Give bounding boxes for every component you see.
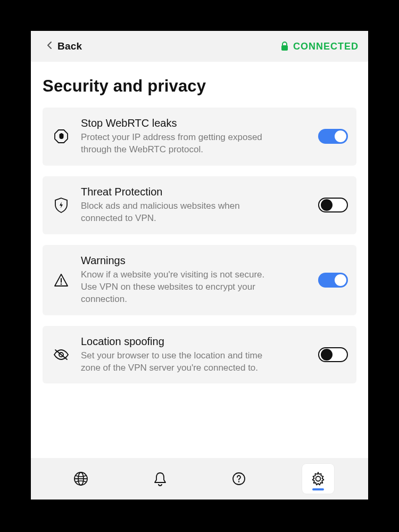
shield-bolt-icon (51, 197, 71, 214)
setting-desc: Set your browser to use the location and… (81, 350, 272, 374)
alerts-tab[interactable] (144, 464, 176, 494)
connection-status: CONNECTED (280, 41, 359, 52)
globe-icon (73, 471, 89, 487)
page-title: Security and privacy (43, 77, 356, 96)
toggle-warnings[interactable] (318, 273, 348, 288)
setting-title: Stop WebRTC leaks (81, 117, 305, 129)
toggle-location[interactable] (318, 347, 348, 362)
lock-icon (280, 42, 289, 51)
page-header: Back CONNECTED (31, 31, 368, 62)
svg-rect-0 (281, 45, 288, 51)
setting-title: Threat Protection (81, 186, 305, 198)
setting-item-warnings: Warnings Know if a website you're visiti… (43, 245, 356, 315)
svg-point-10 (238, 481, 239, 482)
setting-title: Warnings (81, 255, 305, 267)
svg-point-11 (315, 477, 320, 481)
page-content: Security and privacy Stop WebRTC leaks P… (31, 62, 368, 458)
help-icon (231, 471, 246, 486)
bell-icon (153, 471, 168, 487)
toggle-threat[interactable] (318, 198, 348, 212)
setting-title: Location spoofing (81, 335, 305, 348)
bottom-tab-bar (31, 458, 368, 500)
chevron-left-icon (47, 41, 52, 52)
toggle-webrtc[interactable] (318, 129, 348, 144)
setting-item-location: Location spoofing Set your browser to us… (43, 326, 356, 384)
gear-icon (310, 471, 326, 487)
setting-body: Stop WebRTC leaks Protect your IP addres… (81, 117, 305, 156)
settings-tab[interactable] (302, 464, 334, 494)
setting-item-webrtc: Stop WebRTC leaks Protect your IP addres… (43, 108, 356, 166)
setting-desc: Block ads and malicious websites when co… (81, 200, 272, 225)
svg-point-3 (61, 283, 62, 285)
globe-tab[interactable] (65, 464, 97, 494)
setting-item-threat: Threat Protection Block ads and maliciou… (43, 176, 356, 234)
stop-hand-icon (51, 128, 71, 144)
app-container: Back CONNECTED Security and privacy Stop… (31, 31, 368, 500)
setting-body: Warnings Know if a website you're visiti… (81, 255, 305, 306)
help-tab[interactable] (223, 464, 255, 494)
setting-desc: Protect your IP address from getting exp… (81, 132, 272, 156)
warning-triangle-icon (51, 273, 71, 288)
back-button[interactable]: Back (47, 40, 82, 52)
setting-body: Threat Protection Block ads and maliciou… (81, 186, 305, 225)
back-label: Back (57, 40, 82, 52)
status-text: CONNECTED (293, 41, 359, 52)
eye-off-icon (51, 348, 71, 361)
settings-list: Stop WebRTC leaks Protect your IP addres… (43, 108, 356, 383)
setting-body: Location spoofing Set your browser to us… (81, 335, 305, 374)
setting-desc: Know if a website you're visiting is not… (81, 269, 272, 306)
